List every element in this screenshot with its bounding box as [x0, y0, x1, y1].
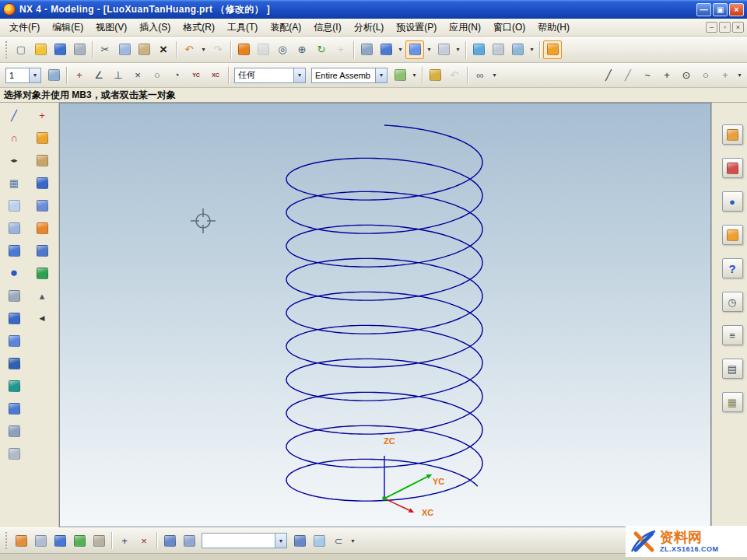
transform-button[interactable] [160, 531, 179, 550]
perspective-button[interactable] [357, 40, 376, 59]
catalog-button[interactable] [32, 173, 52, 193]
copy-button[interactable] [115, 40, 134, 59]
draw-plus-button[interactable]: + [658, 66, 676, 85]
wcs-origin-handle[interactable] [383, 497, 387, 501]
undo-button[interactable]: ↶ [180, 40, 198, 59]
attachment-button[interactable]: ⊂ [329, 531, 348, 550]
snap-intersection-button[interactable]: × [128, 66, 147, 85]
arc-tool-button[interactable]: ∩ [4, 128, 24, 148]
show-hide-button[interactable] [31, 531, 50, 550]
yc-axis[interactable] [384, 477, 427, 499]
help-panel-button[interactable]: ? [722, 258, 743, 278]
assembly-navigator-button[interactable] [722, 124, 743, 145]
xc-axis[interactable] [384, 499, 409, 510]
zoom-in-out-button[interactable]: ⊕ [293, 40, 311, 59]
layer-settings-button[interactable] [44, 66, 63, 85]
view-orient-button[interactable] [377, 40, 395, 59]
menu-preferences[interactable]: 预设置(P) [390, 19, 443, 37]
move-object-button[interactable] [290, 531, 309, 550]
more-display-dropdown-arrow[interactable]: ▾ [454, 40, 462, 59]
history-panel-button[interactable]: ◷ [722, 292, 743, 312]
line-tool-button[interactable]: ╱ [4, 105, 24, 125]
bottom-selection-combo[interactable]: ▾ [202, 533, 287, 548]
constraint-navigator-button[interactable] [722, 158, 743, 178]
view-orient-dropdown-arrow[interactable]: ▾ [396, 40, 405, 59]
snap-quadrant-button[interactable]: ◔ [167, 66, 186, 85]
draw-spline-button[interactable]: ~ [638, 66, 657, 85]
toolbar-grip[interactable] [5, 41, 9, 58]
binoculars-button[interactable] [469, 40, 488, 59]
work-layer-combo[interactable]: 1 ▾ [5, 68, 41, 83]
blue-cube-button[interactable] [32, 240, 52, 261]
sphere-button[interactable]: ● [4, 263, 24, 283]
menu-format[interactable]: 格式(R) [177, 19, 221, 37]
remove-from-set-button[interactable]: × [135, 531, 153, 550]
chevron-down-icon[interactable]: ▾ [375, 68, 387, 82]
stack-tool-button[interactable] [32, 150, 52, 170]
assembly-dropdown-arrow[interactable]: ▾ [410, 66, 419, 85]
chevron-down-icon[interactable]: ▾ [293, 68, 305, 82]
new-button[interactable]: ▢ [12, 40, 30, 59]
viewport-canvas[interactable]: ZC YC XC [60, 103, 711, 527]
work-view-button[interactable] [489, 40, 507, 59]
snap-wcs-xc-button[interactable]: XC [206, 66, 225, 85]
doc-restore-button[interactable]: ▫ [719, 22, 731, 33]
menu-file[interactable]: 文件(F) [3, 19, 46, 37]
bottom-dropdown-arrow[interactable]: ▾ [349, 531, 357, 550]
select-tool-button[interactable]: ▴ [32, 285, 52, 306]
object-display-button[interactable] [12, 531, 30, 550]
delete-button[interactable]: × [154, 40, 173, 59]
datum-display-button[interactable] [310, 531, 328, 550]
rotate-view-button[interactable]: ↻ [312, 40, 331, 59]
zoom-box-button[interactable] [254, 40, 272, 59]
block-button[interactable] [4, 308, 24, 328]
draw-line-button[interactable]: ╱ [599, 66, 618, 85]
details-panel-button[interactable]: ≡ [722, 325, 743, 345]
toolbar-nav-arrows[interactable]: ◂▸ [4, 150, 24, 170]
snap-endpoint-button[interactable]: ∠ [89, 66, 108, 85]
pages-button[interactable] [32, 195, 52, 215]
chevron-down-icon[interactable]: ▾ [275, 534, 286, 548]
point-tool-button[interactable]: + [32, 105, 52, 125]
unite-button[interactable] [4, 398, 24, 418]
selection-scope-combo[interactable]: Entire Assemb ▾ [311, 68, 388, 83]
cone-button[interactable] [4, 285, 24, 306]
roles-button[interactable] [543, 40, 562, 59]
measure-button[interactable] [32, 263, 52, 283]
snap-wcs-yc-button[interactable]: YC [187, 66, 205, 85]
clipboard-button[interactable] [89, 531, 108, 550]
trim-button[interactable] [4, 376, 24, 396]
datum-csys-button[interactable] [4, 218, 24, 238]
menu-assemblies[interactable]: 装配(A) [264, 19, 307, 37]
print-button[interactable] [70, 40, 89, 59]
menu-help[interactable]: 帮助(H) [531, 19, 576, 37]
display-settings-button[interactable] [70, 531, 89, 550]
menu-view[interactable]: 视图(V) [89, 19, 133, 37]
pocket-button[interactable] [4, 353, 24, 373]
selection-filter-combo[interactable]: 任何 ▾ [234, 68, 306, 83]
doc-close-button[interactable]: × [732, 22, 744, 33]
doc-minimize-button[interactable]: – [706, 22, 717, 33]
draw-point-button[interactable]: + [716, 66, 735, 85]
interpart-dropdown-arrow[interactable]: ▾ [490, 66, 499, 85]
chamfer-button[interactable] [4, 443, 24, 464]
cut-button[interactable]: ✂ [96, 40, 114, 59]
wave-link-button[interactable] [391, 66, 409, 85]
graphics-viewport[interactable]: ZC YC XC [59, 103, 711, 527]
snapshot-button[interactable] [508, 40, 527, 59]
menu-edit[interactable]: 编辑(E) [46, 19, 89, 37]
orange-cube-button[interactable] [32, 218, 52, 238]
snap-point-button[interactable]: + [70, 66, 89, 85]
sketch-button[interactable]: ▦ [4, 173, 24, 193]
boss-button[interactable] [4, 331, 24, 351]
menu-insert[interactable]: 插入(S) [133, 19, 177, 37]
view-tools-dropdown-arrow[interactable]: ▾ [528, 40, 536, 59]
notes-panel-button[interactable]: ▤ [722, 359, 743, 379]
chevron-down-icon[interactable]: ▾ [29, 68, 40, 82]
pan-button[interactable]: + [331, 40, 350, 59]
shaded-view-button[interactable] [405, 40, 424, 59]
part-navigator-button[interactable]: ● [722, 191, 743, 212]
remember-position-button[interactable] [426, 66, 444, 85]
menu-application[interactable]: 应用(N) [443, 19, 487, 37]
wireframe-view-button[interactable] [434, 40, 453, 59]
